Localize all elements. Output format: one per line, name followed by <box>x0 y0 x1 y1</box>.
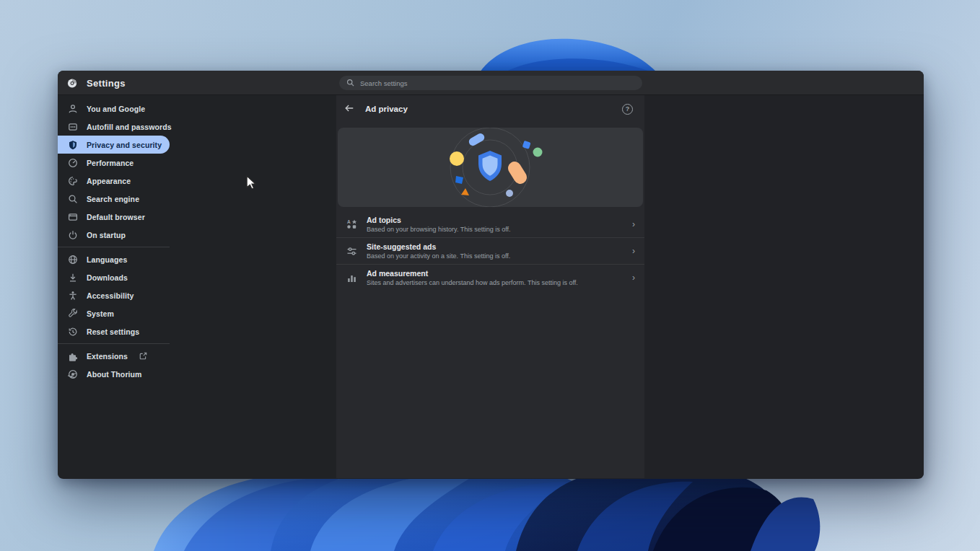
sidebar-divider <box>58 343 170 344</box>
page-header: Ad privacy ? <box>336 95 644 123</box>
magnifier-icon <box>68 194 78 204</box>
search-icon <box>346 76 354 89</box>
history-icon <box>68 327 78 337</box>
person-icon <box>68 104 78 114</box>
sidebar-item-on-startup[interactable]: On startup <box>58 226 170 244</box>
download-icon <box>68 273 78 283</box>
chevron-right-icon: › <box>632 273 635 282</box>
tune-icon <box>346 246 357 257</box>
sidebar-item-label: Extensions <box>87 352 128 361</box>
ad-privacy-page: Ad privacy ? <box>336 95 644 478</box>
row-ad-measurement[interactable]: Ad measurement Sites and advertisers can… <box>336 264 644 291</box>
content-empty-area <box>644 95 924 478</box>
page-title: Ad privacy <box>365 105 611 113</box>
row-subtitle: Sites and advertisers can understand how… <box>367 279 623 286</box>
sidebar-item-label: Autofill and passwords <box>87 123 172 131</box>
row-subtitle: Based on your activity on a site. This s… <box>367 252 623 260</box>
sidebar-item-you-and-google[interactable]: You and Google <box>58 100 170 118</box>
shield-icon <box>68 140 78 150</box>
sidebar-item-label: System <box>87 309 114 318</box>
sidebar-item-label: Appearance <box>87 177 131 185</box>
puzzle-icon <box>68 351 78 361</box>
globe-icon <box>68 255 78 265</box>
ad-privacy-illustration <box>338 128 643 207</box>
wrench-icon <box>68 309 78 319</box>
speedometer-icon <box>68 158 78 168</box>
settings-toolbar: Settings Search settings <box>58 71 924 95</box>
autofill-icon <box>68 122 78 132</box>
bar-chart-icon <box>346 273 357 283</box>
row-ad-topics[interactable]: A Ad topics Based on your browsing histo… <box>336 211 644 237</box>
row-site-suggested-ads[interactable]: Site-suggested ads Based on your activit… <box>336 237 644 264</box>
sidebar-item-system[interactable]: System <box>58 304 170 322</box>
sidebar-divider <box>58 247 170 247</box>
settings-window: Settings Search settings You and Google <box>58 71 924 479</box>
ad-topics-icon: A <box>346 219 357 229</box>
settings-content: Ad privacy ? <box>336 95 924 478</box>
sidebar-item-label: Privacy and security <box>87 141 162 149</box>
sidebar-item-label: Performance <box>87 159 134 167</box>
row-title: Site-suggested ads <box>367 242 623 251</box>
sidebar-item-label: Languages <box>87 255 127 264</box>
sidebar-item-autofill[interactable]: Autofill and passwords <box>58 118 170 136</box>
sidebar-item-label: Accessibility <box>87 291 134 300</box>
brand: Settings <box>67 71 126 95</box>
sidebar-item-label: Downloads <box>87 273 128 282</box>
window-title: Settings <box>87 78 126 89</box>
chevron-right-icon: › <box>632 247 635 255</box>
sidebar-item-label: You and Google <box>87 105 145 113</box>
accessibility-icon <box>68 291 78 301</box>
sidebar-item-default-browser[interactable]: Default browser <box>58 208 170 226</box>
back-button[interactable] <box>344 103 354 115</box>
sidebar-item-label: Default browser <box>87 213 145 221</box>
back-arrow-icon <box>344 103 354 115</box>
sidebar-item-extensions[interactable]: Extensions <box>58 347 170 365</box>
search-placeholder: Search settings <box>360 79 407 87</box>
palette-icon <box>68 176 78 186</box>
sidebar-item-label: Search engine <box>87 195 139 203</box>
sidebar-item-languages[interactable]: Languages <box>58 250 170 268</box>
chevron-right-icon: › <box>632 220 635 229</box>
sidebar-item-downloads[interactable]: Downloads <box>58 268 170 286</box>
svg-text:A: A <box>347 219 351 224</box>
sidebar-item-search-engine[interactable]: Search engine <box>58 190 170 208</box>
row-title: Ad topics <box>367 216 623 224</box>
ad-privacy-rows: A Ad topics Based on your browsing histo… <box>336 211 644 291</box>
sidebar-item-label: About Thorium <box>87 370 142 379</box>
power-icon <box>68 230 78 240</box>
row-title: Ad measurement <box>367 269 623 278</box>
sidebar-item-about-thorium[interactable]: About Thorium <box>58 365 170 383</box>
sidebar-item-reset-settings[interactable]: Reset settings <box>58 322 170 340</box>
thorium-logo-icon <box>67 78 77 88</box>
sidebar-item-appearance[interactable]: Appearance <box>58 172 170 190</box>
sidebar-item-label: Reset settings <box>87 327 139 336</box>
open-in-new-icon <box>139 352 147 360</box>
help-button[interactable]: ? <box>622 104 633 115</box>
search-input[interactable]: Search settings <box>339 76 642 90</box>
browser-window-icon <box>68 212 78 222</box>
sidebar-item-performance[interactable]: Performance <box>58 154 170 172</box>
sidebar-item-label: On startup <box>87 231 126 239</box>
sidebar-item-privacy-and-security[interactable]: Privacy and security <box>58 136 170 154</box>
settings-sidebar: You and Google Autofill and passwords <box>58 95 336 478</box>
desktop: { "window": { "title": "Settings" }, "to… <box>0 0 980 551</box>
thorium-logo-icon <box>68 369 78 379</box>
row-subtitle: Based on your browsing history. This set… <box>367 226 623 233</box>
sidebar-item-accessibility[interactable]: Accessibility <box>58 286 170 304</box>
